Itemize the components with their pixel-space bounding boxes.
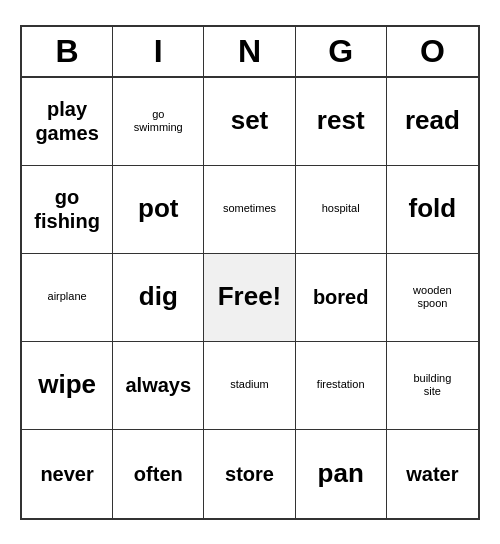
bingo-cell[interactable]: pan	[296, 430, 387, 518]
bingo-cell[interactable]: wipe	[22, 342, 113, 430]
header-letter: O	[387, 27, 478, 76]
cell-label: bored	[313, 285, 369, 309]
cell-label: go swimming	[134, 108, 183, 134]
bingo-cell[interactable]: set	[204, 78, 295, 166]
bingo-cell[interactable]: always	[113, 342, 204, 430]
bingo-cell[interactable]: stadium	[204, 342, 295, 430]
bingo-cell[interactable]: go swimming	[113, 78, 204, 166]
cell-label: set	[231, 105, 269, 136]
bingo-cell[interactable]: Free!	[204, 254, 295, 342]
bingo-cell[interactable]: rest	[296, 78, 387, 166]
bingo-card: BINGO play gamesgo swimmingsetrestreadgo…	[20, 25, 480, 520]
header-letter: G	[296, 27, 387, 76]
cell-label: hospital	[322, 202, 360, 215]
cell-label: always	[125, 373, 191, 397]
bingo-cell[interactable]: dig	[113, 254, 204, 342]
cell-label: Free!	[218, 281, 282, 312]
bingo-cell[interactable]: water	[387, 430, 478, 518]
cell-label: never	[40, 462, 93, 486]
bingo-cell[interactable]: often	[113, 430, 204, 518]
bingo-cell[interactable]: store	[204, 430, 295, 518]
bingo-cell[interactable]: bored	[296, 254, 387, 342]
header-letter: N	[204, 27, 295, 76]
cell-label: wooden spoon	[413, 284, 452, 310]
cell-label: dig	[139, 281, 178, 312]
bingo-cell[interactable]: read	[387, 78, 478, 166]
cell-label: pot	[138, 193, 178, 224]
bingo-cell[interactable]: sometimes	[204, 166, 295, 254]
cell-label: play games	[35, 97, 98, 145]
bingo-cell[interactable]: pot	[113, 166, 204, 254]
header-letter: I	[113, 27, 204, 76]
cell-label: building site	[413, 372, 451, 398]
bingo-cell[interactable]: building site	[387, 342, 478, 430]
cell-label: read	[405, 105, 460, 136]
header-letter: B	[22, 27, 113, 76]
cell-label: store	[225, 462, 274, 486]
bingo-grid: play gamesgo swimmingsetrestreadgo fishi…	[22, 78, 478, 518]
cell-label: rest	[317, 105, 365, 136]
bingo-cell[interactable]: play games	[22, 78, 113, 166]
cell-label: go fishing	[34, 185, 100, 233]
cell-label: wipe	[38, 369, 96, 400]
bingo-cell[interactable]: firestation	[296, 342, 387, 430]
bingo-cell[interactable]: go fishing	[22, 166, 113, 254]
cell-label: stadium	[230, 378, 269, 391]
bingo-cell[interactable]: hospital	[296, 166, 387, 254]
cell-label: often	[134, 462, 183, 486]
cell-label: pan	[318, 458, 364, 489]
cell-label: sometimes	[223, 202, 276, 215]
cell-label: fold	[409, 193, 457, 224]
cell-label: airplane	[48, 290, 87, 303]
cell-label: firestation	[317, 378, 365, 391]
bingo-cell[interactable]: airplane	[22, 254, 113, 342]
cell-label: water	[406, 462, 458, 486]
bingo-cell[interactable]: never	[22, 430, 113, 518]
bingo-header: BINGO	[22, 27, 478, 78]
bingo-cell[interactable]: wooden spoon	[387, 254, 478, 342]
bingo-cell[interactable]: fold	[387, 166, 478, 254]
